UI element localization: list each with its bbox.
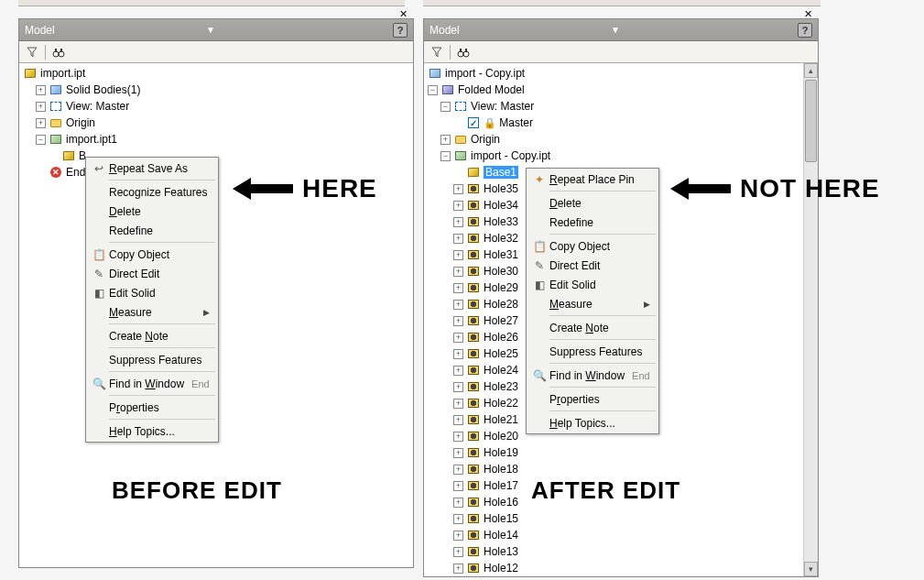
menu-edit-solid[interactable]: ◧Edit Solid [87,283,217,302]
expand-icon[interactable]: + [453,415,463,425]
help-icon[interactable]: ? [798,23,812,38]
expand-icon[interactable]: + [453,514,463,524]
close-icon[interactable]: ✕ [399,8,408,20]
expand-icon[interactable]: + [453,366,463,376]
menu-repeat[interactable]: ✦Repeat Place Pin [527,170,658,189]
tree-item-hole[interactable]: +Hole12 [424,560,818,576]
collapse-icon[interactable]: − [428,85,438,95]
collapse-icon[interactable]: − [36,135,46,145]
annotation-here: HERE [231,174,377,203]
tree-item[interactable]: ✓🔒 Master [424,115,818,131]
tree-item[interactable]: −Folded Model [424,82,818,98]
menu-find-window[interactable]: 🔍Find in WindowEnd [87,374,217,393]
menu-delete[interactable]: Delete [87,202,217,221]
menu-measure[interactable]: Measure▶ [527,294,658,313]
tree-root[interactable]: import.ipt [19,65,413,82]
expand-icon[interactable]: + [36,118,46,128]
menu-redefine[interactable]: Redefine [87,221,217,240]
menu-help[interactable]: Help Topics... [87,421,217,441]
menu-delete[interactable]: Delete [527,193,658,213]
tree-item[interactable]: −View: Master [424,98,818,115]
menu-properties[interactable]: Properties [87,398,217,417]
expand-icon[interactable]: + [36,102,46,112]
collapse-icon[interactable]: − [440,151,451,161]
menu-find-window[interactable]: 🔍Find in WindowEnd [527,366,658,385]
toolbar [424,41,818,63]
tree-item-hole[interactable]: +Hole15 [424,510,818,527]
tree-item-hole[interactable]: +Hole13 [424,543,818,560]
tree-item[interactable]: −import - Copy.ipt [424,148,818,164]
menu-edit-solid[interactable]: ◧Edit Solid [527,275,658,294]
menu-direct-edit[interactable]: ✎Direct Edit [527,256,658,275]
expand-icon[interactable]: + [453,481,463,491]
expand-icon[interactable]: + [453,547,463,557]
collapse-icon[interactable]: − [440,102,451,112]
panel-header[interactable]: Model ▼ ? [19,19,413,41]
filter-icon[interactable] [429,45,444,60]
expand-icon[interactable]: + [453,448,463,458]
tree-item-hole[interactable]: +Hole19 [424,444,818,461]
annotation-before: BEFORE EDIT [112,476,282,505]
menu-direct-edit[interactable]: ✎Direct Edit [87,264,217,283]
expand-icon[interactable]: + [453,564,463,574]
expand-icon[interactable]: + [453,283,463,293]
binoculars-icon[interactable] [456,45,471,60]
tree-root[interactable]: import - Copy.ipt [424,65,818,82]
context-menu-left: ↩RRepeat Save Asepeat Save As Recognize … [85,157,219,443]
expand-icon[interactable]: + [453,333,463,343]
context-menu-right: ✦Repeat Place Pin Delete Redefine 📋Copy … [526,168,659,434]
menu-copy-object[interactable]: 📋Copy Object [527,236,658,256]
expand-icon[interactable]: + [453,382,463,392]
scroll-down-icon[interactable]: ▾ [804,562,818,576]
expand-icon[interactable]: + [440,135,451,145]
menu-suppress[interactable]: Suppress Features [527,342,658,361]
expand-icon[interactable]: + [453,531,463,541]
expand-icon[interactable]: + [453,498,463,508]
tree-item[interactable]: +View: Master [19,98,413,115]
scrollbar[interactable]: ▴ ▾ [803,63,818,576]
menu-redefine[interactable]: Redefine [527,213,658,232]
menu-create-note[interactable]: Create Note [527,318,658,337]
expand-icon[interactable]: + [453,184,463,194]
expand-icon[interactable]: + [453,399,463,409]
expand-icon[interactable]: + [453,316,463,326]
expand-icon[interactable]: + [453,349,463,359]
panel-title: Model [25,24,202,37]
menu-repeat[interactable]: ↩RRepeat Save Asepeat Save As [87,159,217,178]
expand-icon[interactable]: + [453,465,463,475]
expand-icon[interactable]: + [453,267,463,277]
menu-recognize-features[interactable]: Recognize Features [87,182,217,202]
menu-help[interactable]: Help Topics... [527,413,658,432]
expand-icon[interactable]: + [453,432,463,442]
toolbar [19,41,413,63]
menu-properties[interactable]: Properties [527,389,658,409]
panel-header[interactable]: Model ▼ ? [424,19,818,41]
expand-icon[interactable]: + [453,201,463,211]
tree-item[interactable]: −import.ipt1 [19,131,413,148]
tree-item-hole[interactable]: +Hole18 [424,461,818,477]
svg-rect-7 [465,49,467,52]
dropdown-icon: ▼ [611,25,620,35]
menu-measure[interactable]: Measure▶ [87,302,217,322]
close-icon[interactable]: ✕ [804,8,812,20]
scroll-thumb[interactable] [805,80,817,162]
svg-rect-6 [460,49,462,52]
arrow-left-icon [669,175,733,202]
tree-item[interactable]: +Origin [424,131,818,148]
help-icon[interactable]: ? [393,23,408,38]
binoculars-icon[interactable] [51,45,66,60]
tree-item-hole[interactable]: +Hole14 [424,527,818,543]
tree-item[interactable]: +Solid Bodies(1) [19,82,413,98]
expand-icon[interactable]: + [453,234,463,244]
arrow-left-icon [231,175,295,202]
scroll-up-icon[interactable]: ▴ [804,63,818,78]
expand-icon[interactable]: + [453,217,463,227]
menu-suppress[interactable]: Suppress Features [87,350,217,369]
expand-icon[interactable]: + [453,300,463,310]
menu-copy-object[interactable]: 📋Copy Object [87,245,217,264]
filter-icon[interactable] [25,45,39,60]
expand-icon[interactable]: + [36,85,46,95]
expand-icon[interactable]: + [453,250,463,260]
tree-item[interactable]: +Origin [19,115,413,131]
menu-create-note[interactable]: Create Note [87,326,217,345]
